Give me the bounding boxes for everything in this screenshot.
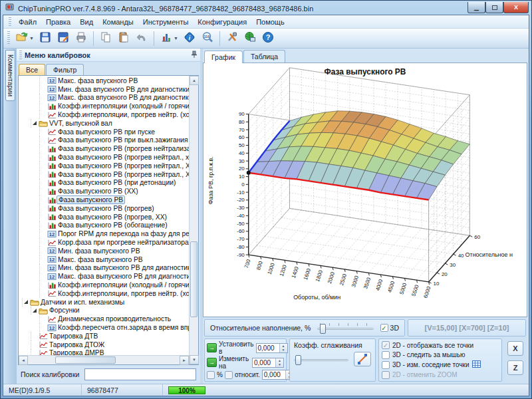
tree-item-25[interactable]: Коэфф.интерполяции, прогрев нейтр. (холо… — [20, 289, 189, 298]
menu-item-4[interactable]: Инструменты — [138, 17, 194, 27]
comments-vertical-tab[interactable]: Комментарии — [5, 50, 15, 101]
toolbar-save-button[interactable] — [37, 30, 54, 47]
view-tab-1[interactable]: Таблица — [243, 50, 285, 63]
tree-item-18[interactable]: 12Порог RPM для перехода на фазу для реж… — [20, 229, 189, 238]
scroll-up-button[interactable]: ▲ — [190, 76, 199, 85]
menu-item-0[interactable]: Файл — [14, 17, 41, 27]
tree-item-12[interactable]: Фаза выпускного РВ (при детонации) — [20, 179, 189, 188]
close-button[interactable]: X — [503, 2, 529, 13]
view-tab-0[interactable]: График — [204, 51, 243, 63]
tree-item-31[interactable]: Тарировка ДТОЖ — [20, 340, 189, 349]
toolbar-save-as-button[interactable] — [55, 30, 72, 47]
toolbar-copy-button[interactable] — [97, 30, 114, 47]
z-axis-button[interactable]: Z — [507, 360, 523, 375]
tree-item-16[interactable]: Фаза выпускного РВ (прогрев, ХХ) — [20, 213, 189, 221]
change-value-spinner[interactable]: 0,000▲▼ — [252, 358, 284, 368]
calibration-tab-0[interactable]: Все — [19, 64, 45, 75]
tree-item-22[interactable]: 12Мин. фаза выпускного РВ для диагностик… — [20, 264, 189, 273]
tree-horizontal-scrollbar[interactable]: ◄ ► — [19, 355, 189, 364]
tree-item-10[interactable]: Фаза выпускного РВ (прогрев нейтрал., ХХ… — [20, 162, 189, 170]
tree-item-3[interactable]: Коэфф.интерполяции (холодный / горячий ) — [20, 102, 189, 110]
scroll-down-button[interactable]: ▼ — [190, 355, 199, 364]
relative-value[interactable]: 0,000 — [263, 370, 285, 379]
option-checkbox-0[interactable]: ✓ — [382, 341, 390, 349]
scroll-right-button[interactable]: ► — [180, 356, 189, 365]
option-checkbox-2[interactable] — [382, 361, 390, 369]
toolbar-info-button[interactable]: i — [181, 30, 198, 47]
toolbar-paste-button[interactable] — [115, 30, 132, 47]
tree-item-29[interactable]: 12Коэфф.пересчета отн.заряда в время впр… — [20, 323, 189, 332]
pin-icon[interactable] — [191, 51, 198, 60]
apply-set-button[interactable]: → — [207, 343, 217, 352]
minimize-button[interactable]: ▁ — [467, 2, 485, 13]
tree-vertical-scrollbar[interactable]: ▲ ▼ — [189, 76, 198, 364]
tree-item-30[interactable]: Тарировка ДТВ — [20, 332, 189, 340]
tree-item-7[interactable]: Фаза выпускного РВ при выкл.зажигания — [20, 136, 189, 145]
chart-canvas[interactable]: -90-80-70-60-50-40-30-20-100102030405060… — [203, 63, 527, 317]
hscroll-thumb[interactable] — [55, 356, 116, 364]
set-value-spinner[interactable]: 0,000▲▼ — [256, 343, 288, 353]
toolbar-tools-button[interactable] — [223, 30, 241, 47]
apply-change-button[interactable]: → — [207, 358, 217, 367]
relative-checkbox[interactable] — [225, 371, 233, 379]
option-checkbox-3[interactable] — [382, 371, 390, 379]
interpolate-button[interactable] — [354, 352, 371, 366]
menu-item-1[interactable]: Правка — [41, 17, 75, 27]
change-value[interactable]: 0,000 — [253, 358, 275, 367]
tree-item-17[interactable]: Фаза выпускного РВ (обогащение) — [20, 221, 189, 230]
percent-checkbox[interactable] — [207, 371, 215, 379]
menu-item-6[interactable]: Помощь — [251, 17, 289, 27]
tree-item-0[interactable]: 12Макс. фаза впускного РВ — [20, 76, 189, 85]
tree-item-8[interactable]: Фаза выпускного РВ (прогрев нейтрализато… — [20, 144, 189, 153]
spinner-arrows[interactable]: ▲▼ — [275, 358, 283, 367]
calibration-tab-1[interactable]: Фильтр — [46, 64, 84, 75]
tree-item-13[interactable]: Фаза выпускного РВ (ХХ) — [20, 187, 189, 196]
tree-item-5[interactable]: VVT, выпускной вал — [20, 119, 189, 128]
tree-item-32[interactable]: Тарировка ДМРВ — [20, 349, 189, 356]
tree-item-2[interactable]: 12Макс. фаза впускного РВ для диагностик… — [20, 94, 189, 102]
tree-item-19[interactable]: Корр.фаза при прогреве нейтрализатора — [20, 238, 189, 247]
tree-item-1[interactable]: 12Мин. фаза впускного РВ для диагностики — [20, 85, 189, 94]
x-axis-button[interactable]: X — [507, 341, 523, 356]
vscroll-thumb[interactable] — [190, 241, 198, 317]
tree-expander-icon[interactable] — [31, 308, 38, 313]
tree-item-21[interactable]: 12Макс. фаза выпускного РВ — [20, 255, 189, 264]
dropdown-arrow-icon[interactable]: ▼ — [29, 36, 34, 41]
tree-item-28[interactable]: Динамическая производительность — [20, 315, 189, 323]
tree-expander-icon[interactable] — [31, 120, 38, 126]
search-input[interactable] — [84, 368, 196, 380]
smoothing-slider[interactable] — [294, 353, 348, 365]
fill-slider-thumb[interactable] — [320, 324, 326, 334]
menu-item-2[interactable]: Вид — [75, 17, 98, 27]
tree-item-26[interactable]: Датчики и исп. механизмы — [20, 298, 189, 307]
tree-item-14[interactable]: Фаза выпускного РВ — [20, 196, 189, 204]
tree-item-6[interactable]: Фаза выпускного РВ при пуске — [20, 128, 189, 136]
tree-item-15[interactable]: Фаза выпускного РВ (прогрев) — [20, 204, 189, 213]
3d-checkbox[interactable]: ✓ — [380, 324, 388, 332]
toolbar-open-button[interactable]: ▼ — [13, 30, 36, 47]
tree-item-4[interactable]: Коэфф.интерполяции, прогрев нейтр. (холо… — [20, 110, 189, 119]
maximize-button[interactable] — [485, 2, 503, 13]
tree-item-11[interactable]: Фаза выпускного РВ (прогрев нейтрал., ХХ… — [20, 170, 189, 179]
tree-item-20[interactable]: 12Мин. фаза выпускного РВ — [20, 247, 189, 255]
menu-item-5[interactable]: Конфигурация — [193, 17, 251, 27]
spinner-arrows[interactable]: ▲▼ — [279, 344, 287, 352]
toolbar-help-button[interactable]: ? — [259, 30, 277, 47]
scroll-left-button[interactable]: ◄ — [19, 356, 28, 365]
toolbar-network-button[interactable] — [241, 30, 259, 47]
toolbar-zoom-110-button[interactable]: 110 — [199, 30, 216, 47]
dropdown-arrow-icon[interactable]: ▼ — [174, 36, 178, 41]
toolbar-print-button[interactable] — [72, 30, 90, 47]
menu-item-3[interactable]: Команды — [98, 17, 138, 27]
toolbar-undo-button[interactable] — [133, 30, 150, 47]
grid-icon[interactable] — [472, 360, 481, 369]
tree-item-9[interactable]: Фаза выпускного РВ (прогрев нейтрал., хо… — [20, 153, 189, 162]
tree-expander-icon[interactable] — [23, 299, 29, 305]
option-checkbox-1[interactable] — [382, 351, 390, 359]
fill-slider[interactable] — [317, 322, 373, 334]
tree-item-27[interactable]: Форсунки — [20, 307, 189, 315]
toolbar-chart-button[interactable]: ▼ — [158, 30, 180, 47]
tree-item-24[interactable]: Коэфф.интерполяции (холодный / горячий ) — [20, 281, 189, 289]
set-value[interactable]: 0,000 — [257, 344, 279, 352]
smoothing-slider-thumb[interactable] — [295, 355, 301, 365]
